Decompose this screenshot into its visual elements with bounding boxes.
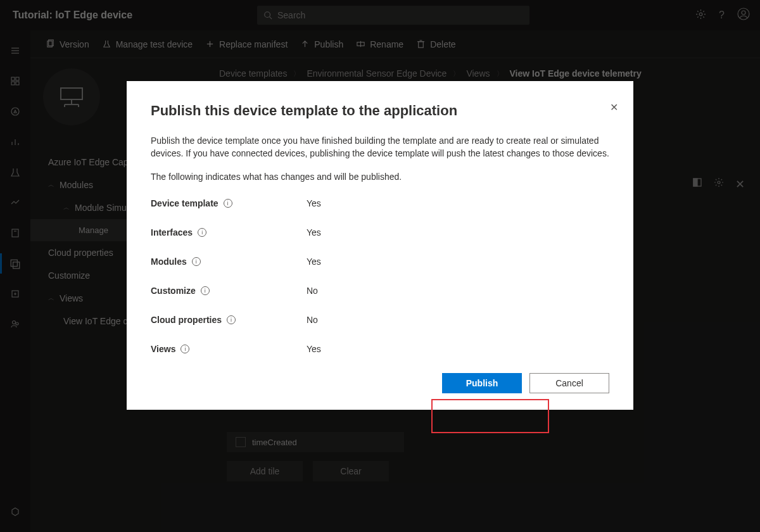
modal-row-customize: Customizei No — [151, 286, 609, 296]
modal-publish-button[interactable]: Publish — [442, 373, 522, 393]
info-icon[interactable]: i — [180, 345, 189, 353]
modal-title: Publish this device template to the appl… — [151, 103, 609, 119]
modal-cancel-button[interactable]: Cancel — [529, 373, 609, 393]
modal-actions: Publish Cancel — [151, 373, 609, 393]
info-icon[interactable]: i — [224, 199, 232, 208]
modal-row-views: Viewsi Yes — [151, 344, 609, 354]
modal-subtext: The following indicates what has changes… — [151, 172, 609, 182]
modal-row-interfaces: Interfacesi Yes — [151, 227, 609, 238]
info-icon[interactable]: i — [201, 286, 210, 295]
modal-row-modules: Modulesi Yes — [151, 256, 609, 267]
modal-row-device-template: Device templatei Yes — [151, 198, 609, 208]
publish-modal: ✕ Publish this device template to the ap… — [127, 81, 633, 410]
info-icon[interactable]: i — [227, 315, 236, 324]
modal-change-list: Device templatei Yes Interfacesi Yes Mod… — [151, 198, 609, 354]
modal-description: Publish the device template once you hav… — [151, 134, 609, 160]
info-icon[interactable]: i — [192, 257, 201, 266]
modal-row-cloud-properties: Cloud propertiesi No — [151, 315, 609, 325]
info-icon[interactable]: i — [198, 228, 206, 237]
modal-close-button[interactable]: ✕ — [610, 101, 618, 113]
